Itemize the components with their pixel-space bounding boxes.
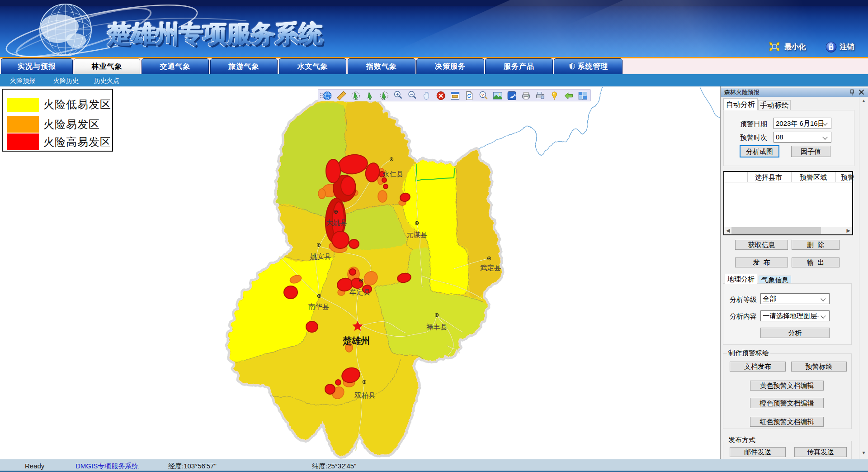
- svg-text:大姚县: 大姚县: [326, 219, 347, 226]
- svg-text:姚安县: 姚安县: [310, 253, 331, 260]
- svg-text:元谋县: 元谋县: [406, 231, 428, 238]
- svg-text:?: ?: [481, 92, 484, 97]
- svg-text:禄丰县: 禄丰县: [426, 323, 448, 331]
- svg-text:双柏县: 双柏县: [354, 391, 376, 399]
- svg-text:南华县: 南华县: [308, 303, 330, 310]
- svg-text:武定县: 武定县: [480, 264, 501, 272]
- svg-text:永仁县: 永仁县: [382, 170, 404, 178]
- svg-text:牟定县: 牟定县: [349, 288, 371, 296]
- svg-text:楚雄州: 楚雄州: [342, 336, 370, 346]
